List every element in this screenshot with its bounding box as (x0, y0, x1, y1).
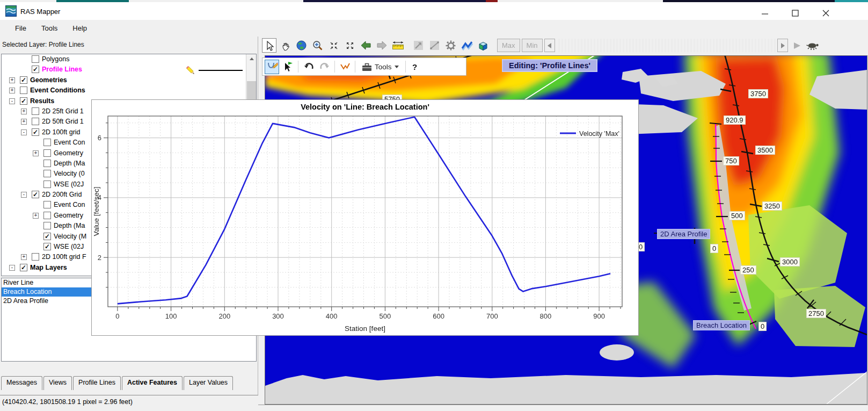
title-bar: RAS Mapper (0, 2, 868, 20)
layer-label: Velocity (M (54, 233, 86, 240)
layer-checkbox[interactable] (43, 160, 51, 167)
bottom-tab-strip: MessagesViewsProfile LinesActive Feature… (1, 376, 233, 390)
profile-arrow-button[interactable] (411, 38, 426, 53)
collapse-icon[interactable]: - (21, 192, 27, 198)
forward-button[interactable] (375, 38, 389, 53)
max-button[interactable]: Max (497, 39, 520, 52)
min-button-label: Min (527, 41, 538, 49)
3d-view-button[interactable] (476, 38, 490, 53)
layer-label: Event Con (54, 201, 85, 208)
min-button[interactable]: Min (522, 39, 543, 52)
layer-checkbox[interactable] (32, 118, 39, 125)
tab-views[interactable]: Views (43, 376, 72, 390)
menu-tools[interactable]: Tools (34, 22, 65, 34)
layer-checkbox[interactable] (20, 86, 27, 94)
layer-checkbox[interactable]: ✓ (43, 243, 51, 250)
status-bar: (410420.42, 1801508.19 1 pixel = 2.96 fe… (0, 395, 258, 411)
expand-icon[interactable]: + (33, 213, 39, 219)
ruler-icon (392, 40, 404, 51)
profile-line-button[interactable] (427, 38, 442, 53)
layer-checkbox[interactable]: ✓ (32, 191, 39, 198)
layer-checkbox[interactable]: ✓ (20, 76, 27, 84)
step-back-icon (548, 43, 552, 48)
select-vertex-button[interactable] (281, 60, 295, 74)
svg-text:Value [feet/sec]: Value [feet/sec] (92, 186, 100, 236)
collapse-icon[interactable]: - (21, 129, 27, 135)
layer-checkbox[interactable]: ✓ (32, 128, 39, 136)
layer-checkbox[interactable]: ✓ (20, 264, 27, 271)
pan-tool-button[interactable] (278, 38, 293, 53)
measure-button[interactable] (391, 38, 405, 53)
layer-checkbox[interactable] (43, 149, 51, 157)
layer-label: Velocity (0 (54, 170, 85, 177)
layer-checkbox[interactable] (43, 222, 51, 229)
layer-checkbox[interactable]: ✓ (43, 233, 51, 240)
back-button[interactable] (359, 38, 373, 53)
tab-layer-values[interactable]: Layer Values (184, 376, 233, 390)
layer-checkbox[interactable]: ✓ (20, 97, 27, 105)
expand-icon[interactable]: + (9, 88, 15, 93)
water-profile-button[interactable] (459, 38, 474, 53)
step-back-button[interactable] (544, 39, 555, 52)
zoom-in-icon (312, 40, 323, 51)
expand-icon[interactable]: + (21, 109, 27, 114)
zoom-in-button[interactable] (310, 38, 325, 53)
profile-arrow-icon (413, 40, 424, 51)
tree-item-geometries[interactable]: +✓Geometries (2, 75, 256, 85)
menu-help[interactable]: Help (65, 22, 94, 34)
layer-checkbox[interactable] (43, 170, 51, 177)
menu-bar: FileToolsHelp (0, 20, 868, 37)
expand-icon[interactable]: + (21, 119, 27, 125)
gear-icon (445, 40, 456, 51)
svg-text:600: 600 (433, 312, 444, 320)
menu-file[interactable]: File (8, 22, 34, 34)
velocity-profile-chart-window[interactable]: 0100200300400500600700800900246Velocity … (91, 99, 639, 336)
tab-messages[interactable]: Messages (1, 376, 42, 390)
draw-profile-icon (266, 61, 278, 73)
zoom-extents-globe-button[interactable] (294, 38, 309, 53)
svg-text:700: 700 (486, 312, 498, 320)
tree-item-event-conditions[interactable]: +Event Conditions (2, 85, 256, 96)
expand-icon[interactable]: + (21, 254, 27, 260)
collapse-icon[interactable]: - (9, 98, 15, 104)
layer-checkbox[interactable] (32, 55, 39, 63)
tree-item-polygons[interactable]: Polygons (2, 54, 256, 64)
undo-button[interactable] (301, 60, 316, 74)
layer-checkbox[interactable] (43, 212, 51, 219)
tab-profile-lines[interactable]: Profile Lines (73, 376, 121, 390)
settings-button[interactable] (443, 38, 458, 53)
time-slider-track[interactable] (557, 39, 776, 52)
layer-label: Depth (Ma (54, 222, 85, 229)
step-forward-button[interactable] (777, 39, 788, 52)
layer-label: Profile Lines (42, 66, 82, 73)
window-bottom-edge (258, 405, 868, 411)
plot-profile-button[interactable] (338, 60, 352, 74)
layer-checkbox[interactable] (32, 253, 39, 261)
draw-profile-button[interactable] (265, 60, 279, 74)
step-forward-icon (781, 43, 785, 48)
tab-active-features[interactable]: Active Features (122, 376, 183, 390)
animation-speed-button[interactable] (806, 38, 820, 53)
layer-checkbox[interactable] (43, 139, 51, 146)
zoom-full-extent-button[interactable] (342, 38, 357, 53)
pointer-tool-button[interactable] (262, 38, 276, 53)
scroll-up-icon[interactable] (246, 54, 257, 63)
help-button[interactable]: ? (409, 60, 421, 74)
layer-checkbox[interactable] (32, 107, 39, 115)
expand-icon[interactable]: + (9, 77, 15, 83)
window-title: RAS Mapper (20, 8, 60, 16)
layer-checkbox[interactable] (43, 181, 51, 188)
layer-checkbox[interactable]: ✓ (32, 66, 39, 73)
layer-checkbox[interactable] (43, 201, 51, 208)
expand-icon[interactable]: + (33, 150, 39, 156)
profile-polyline-icon (339, 61, 351, 73)
play-animation-button[interactable] (790, 38, 804, 53)
undo-icon (303, 61, 315, 73)
tools-dropdown-button[interactable]: Tools (358, 60, 403, 74)
zoom-window-button[interactable] (326, 38, 341, 53)
layer-label: 2D 200ft Grid (42, 191, 82, 198)
redo-button[interactable] (317, 60, 332, 74)
layer-label: 2D 100ft grid F (42, 253, 86, 261)
collapse-icon[interactable]: - (9, 265, 15, 271)
layer-label: 2D 50ft Grid 1 (42, 118, 84, 125)
